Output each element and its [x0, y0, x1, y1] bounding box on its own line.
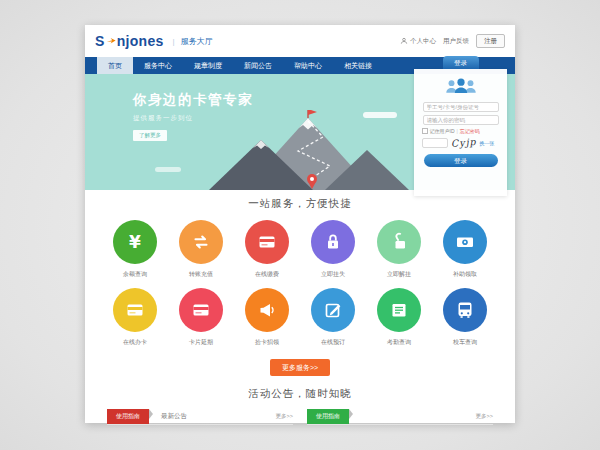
more-services-button[interactable]: 更多服务>>	[270, 359, 330, 376]
list-icon	[377, 288, 421, 332]
hero-title: 你身边的卡管专家	[133, 91, 253, 109]
personal-center-link[interactable]: 个人中心	[400, 37, 436, 46]
hero-banner: 你身边的卡管专家 提供服务一步到位 了解更多 登录	[85, 74, 515, 190]
services-title: 一站服务，方便快捷	[85, 197, 515, 211]
service-item[interactable]: 在线办卡	[105, 288, 165, 347]
announcements-section: 活动公告，随时知晓 使用指南 最新公告 更多>> 使用指南 更多>>	[85, 376, 515, 425]
password-input[interactable]	[423, 115, 499, 125]
tab-latest-news[interactable]: 最新公告	[161, 412, 187, 421]
bus-icon	[443, 288, 487, 332]
service-item[interactable]: 在线预订	[303, 288, 363, 347]
tab-guide-green[interactable]: 使用指南	[307, 409, 349, 424]
hero-subtitle: 提供服务一步到位	[133, 114, 253, 123]
nav-item-links[interactable]: 相关链接	[333, 57, 383, 74]
lock-icon	[311, 220, 355, 264]
nav-item-service-center[interactable]: 服务中心	[133, 57, 183, 74]
site-header: S njones |服务大厅 个人中心 用户反馈 注册	[85, 25, 515, 57]
website-page: S njones |服务大厅 个人中心 用户反馈 注册 首页 服务中心 规章制度…	[85, 25, 515, 423]
transfer-icon	[179, 220, 223, 264]
card-icon	[179, 288, 223, 332]
banknote-icon	[443, 220, 487, 264]
card-icon	[113, 288, 157, 332]
service-item[interactable]: 立即解挂	[369, 220, 429, 279]
users-group-icon	[414, 76, 507, 99]
services-section: 一站服务，方便快捷 ¥ 余额查询 转账充值 在线缴费	[85, 190, 515, 376]
hero-cta-button[interactable]: 了解更多	[133, 130, 167, 141]
nav-item-home[interactable]: 首页	[97, 57, 133, 74]
user-feedback-link[interactable]: 用户反馈	[443, 37, 469, 46]
tab-guide-red[interactable]: 使用指南	[107, 409, 149, 424]
service-item[interactable]: 补助领取	[435, 220, 495, 279]
account-input[interactable]	[423, 102, 499, 112]
captcha-refresh-link[interactable]: 换一张	[479, 140, 494, 146]
remember-label: 记住用户ID	[430, 128, 455, 134]
user-icon	[400, 37, 408, 45]
service-item[interactable]: 卡片延期	[171, 288, 231, 347]
megaphone-icon	[245, 288, 289, 332]
brand-arrow-icon	[106, 36, 116, 46]
announcements-title: 活动公告，随时知晓	[85, 387, 515, 401]
service-item[interactable]: 校车查询	[435, 288, 495, 347]
brand-logo[interactable]: S njones	[95, 33, 164, 49]
nav-item-rules[interactable]: 规章制度	[183, 57, 233, 74]
cloud-shape	[155, 167, 181, 172]
portal-title: |服务大厅	[173, 36, 213, 47]
service-item[interactable]: 在线缴费	[237, 220, 297, 279]
login-tab[interactable]: 登录	[443, 56, 479, 69]
card-icon	[245, 220, 289, 264]
brand-text: S	[95, 33, 105, 49]
captcha-input[interactable]	[422, 138, 448, 148]
forgot-password-link[interactable]: 忘记密码	[460, 128, 480, 134]
more-link[interactable]: 更多>>	[476, 413, 493, 420]
edit-icon	[311, 288, 355, 332]
announcement-tabbar: 使用指南 更多>>	[307, 409, 493, 425]
service-item[interactable]: 转账充值	[171, 220, 231, 279]
login-panel: 登录 记住用户ID | 忘记密码 Cyjp 换一张 登录	[414, 69, 507, 196]
service-item[interactable]: 考勤查询	[369, 288, 429, 347]
captcha-image: Cyjp	[450, 136, 477, 149]
remember-checkbox[interactable]	[422, 128, 428, 134]
service-item[interactable]: ¥ 余额查询	[105, 220, 165, 279]
register-button[interactable]: 注册	[476, 34, 505, 48]
service-item[interactable]: 立即挂失	[303, 220, 363, 279]
nav-item-news[interactable]: 新闻公告	[233, 57, 283, 74]
login-submit-button[interactable]: 登录	[424, 154, 498, 167]
unlock-icon	[377, 220, 421, 264]
service-item[interactable]: 拾卡招领	[237, 288, 297, 347]
more-link[interactable]: 更多>>	[276, 413, 293, 420]
nav-item-help[interactable]: 帮助中心	[283, 57, 333, 74]
announcement-tabbar: 使用指南 最新公告 更多>>	[107, 409, 293, 425]
yen-icon: ¥	[113, 220, 157, 264]
